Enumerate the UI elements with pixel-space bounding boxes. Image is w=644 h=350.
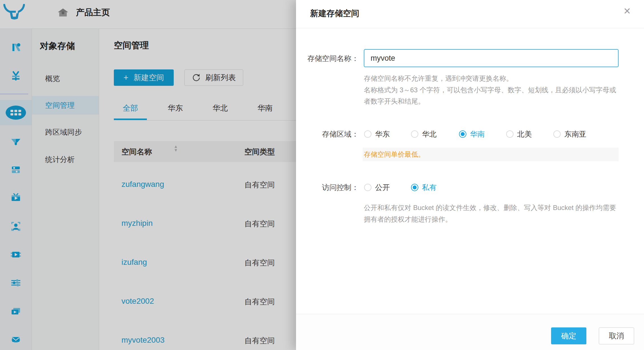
bucket-name-label: 存储空间名称： bbox=[297, 54, 359, 64]
modal-footer: 确定 取消 bbox=[296, 314, 644, 350]
name-help-line: 存储空间名称不允许重复，遇到冲突请更换名称。 bbox=[364, 74, 513, 83]
radio-region-huadong[interactable]: 华东 bbox=[364, 130, 390, 138]
access-label: 访问控制： bbox=[297, 183, 359, 193]
radio-icon bbox=[411, 130, 418, 138]
radio-access-public[interactable]: 公开 bbox=[364, 183, 390, 192]
modal-title: 新建存储空间 bbox=[310, 8, 359, 19]
radio-label: 公开 bbox=[375, 183, 390, 193]
region-note-band: 存储空间单价最低。 bbox=[363, 148, 619, 161]
screen: 产品主页 bbox=[0, 0, 644, 350]
region-note: 存储空间单价最低。 bbox=[363, 150, 425, 159]
access-help-line: 公开和私有仅对 Bucket 的读文件生效，修改、删除、写入等对 Bucket … bbox=[364, 203, 616, 212]
radio-region-beimei[interactable]: 北美 bbox=[506, 130, 532, 138]
radio-label: 华南 bbox=[470, 129, 485, 139]
radio-label: 北美 bbox=[517, 129, 532, 139]
radio-icon bbox=[364, 184, 371, 191]
name-help-line: 者数字开头和结尾。 bbox=[364, 97, 425, 106]
radio-region-huanan[interactable]: 华南 bbox=[459, 130, 485, 138]
radio-label: 私有 bbox=[422, 183, 437, 193]
region-label: 存储区域： bbox=[297, 129, 359, 139]
radio-access-private[interactable]: 私有 bbox=[411, 183, 437, 192]
radio-region-huabei[interactable]: 华北 bbox=[411, 130, 437, 138]
bucket-name-input[interactable] bbox=[364, 49, 619, 67]
radio-selected-icon bbox=[411, 184, 418, 191]
radio-label: 华东 bbox=[375, 129, 390, 139]
radio-icon bbox=[553, 130, 561, 138]
radio-label: 华北 bbox=[422, 129, 437, 139]
modal-header: 新建存储空间 × bbox=[296, 0, 644, 28]
cancel-button[interactable]: 取消 bbox=[599, 327, 634, 344]
radio-selected-icon bbox=[459, 130, 466, 138]
create-bucket-modal: 新建存储空间 × 存储空间名称： 存储空间名称不允许重复，遇到冲突请更换名称。 … bbox=[296, 0, 644, 350]
radio-region-dongnanya[interactable]: 东南亚 bbox=[553, 130, 586, 138]
radio-icon bbox=[506, 130, 514, 138]
name-help-line: 名称格式为 3～63 个字符，可以包含小写字母、数字、短划线，且必须以小写字母或 bbox=[364, 86, 616, 95]
radio-label: 东南亚 bbox=[564, 129, 586, 139]
close-icon[interactable]: × bbox=[624, 5, 631, 17]
confirm-button[interactable]: 确定 bbox=[551, 327, 586, 344]
access-help-line: 拥有者的授权才能进行操作。 bbox=[364, 215, 452, 224]
radio-icon bbox=[364, 130, 371, 138]
